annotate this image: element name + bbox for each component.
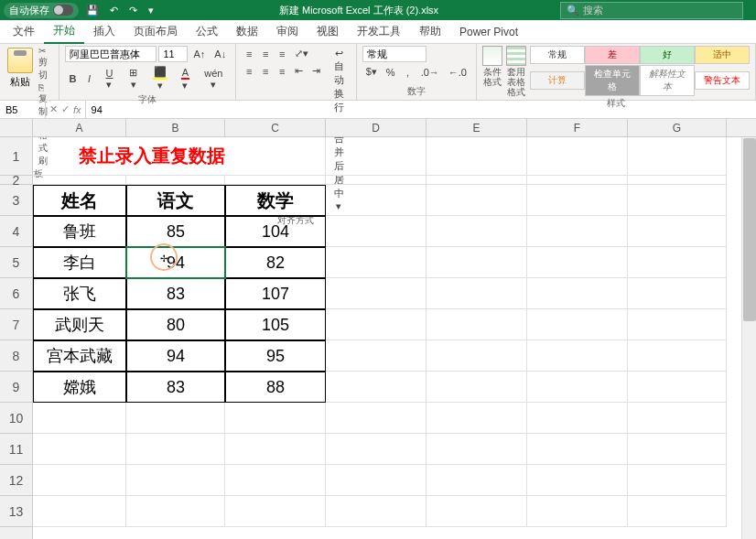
conditional-format-button[interactable]: 条件格式	[482, 46, 502, 87]
style-neutral[interactable]: 适中	[695, 46, 750, 64]
tab-formula[interactable]: 公式	[187, 20, 227, 43]
row-header-4[interactable]: 4	[0, 216, 32, 247]
search-input[interactable]: 🔍 搜索	[560, 2, 743, 19]
cell[interactable]	[527, 309, 628, 340]
comma-button[interactable]: ,	[401, 65, 416, 80]
tab-data[interactable]: 数据	[227, 20, 267, 43]
tab-home[interactable]: 开始	[44, 19, 84, 44]
tab-layout[interactable]: 页面布局	[124, 20, 187, 43]
align-right-button[interactable]: ≡	[275, 64, 289, 79]
cell[interactable]	[326, 434, 427, 465]
cell[interactable]	[225, 403, 326, 434]
row-header-8[interactable]: 8	[0, 340, 32, 372]
cell[interactable]	[126, 176, 225, 185]
tab-review[interactable]: 审阅	[267, 20, 308, 43]
cell[interactable]	[527, 247, 628, 278]
cell[interactable]	[326, 137, 427, 176]
data-cell-r4-c1[interactable]: 85	[126, 216, 225, 247]
cell[interactable]	[326, 185, 427, 216]
row-header-11[interactable]: 11	[0, 434, 32, 465]
col-header-C[interactable]: C	[225, 119, 326, 136]
row-header-1[interactable]: 1	[0, 137, 32, 176]
cell[interactable]	[427, 403, 527, 434]
cell[interactable]	[527, 465, 628, 496]
cell[interactable]	[427, 372, 527, 403]
cell[interactable]	[33, 403, 126, 434]
cell[interactable]	[427, 176, 527, 185]
cell[interactable]	[427, 434, 527, 465]
col-header-E[interactable]: E	[427, 119, 527, 136]
fx-icon[interactable]: fx	[73, 104, 81, 115]
cell[interactable]	[326, 372, 427, 403]
align-top-button[interactable]: ≡	[242, 47, 256, 61]
increase-decimal-button[interactable]: .0→	[417, 65, 443, 80]
align-center-button[interactable]: ≡	[258, 64, 273, 79]
cell[interactable]	[326, 278, 427, 309]
row-header-6[interactable]: 6	[0, 278, 32, 309]
tab-view[interactable]: 视图	[308, 20, 348, 43]
data-cell-r5-c1[interactable]: 94	[126, 247, 225, 278]
row-header-5[interactable]: 5	[0, 247, 32, 278]
currency-button[interactable]: $▾	[362, 64, 381, 80]
cell[interactable]	[628, 137, 727, 176]
cell[interactable]	[33, 465, 126, 496]
cell[interactable]	[427, 278, 527, 309]
cell[interactable]	[527, 340, 628, 372]
cell[interactable]	[33, 496, 126, 527]
style-bad[interactable]: 差	[585, 46, 640, 64]
font-name-select[interactable]	[65, 46, 157, 62]
undo-icon[interactable]: ↶	[106, 4, 122, 17]
align-left-button[interactable]: ≡	[242, 64, 256, 79]
cell[interactable]	[527, 176, 628, 185]
save-icon[interactable]: 💾	[82, 4, 103, 17]
fill-color-button[interactable]: ⬛▾	[146, 64, 173, 93]
style-good[interactable]: 好	[640, 46, 695, 64]
cancel-icon[interactable]: ✕	[49, 103, 58, 115]
data-cell-r5-c2[interactable]: 82	[225, 247, 326, 278]
tab-help[interactable]: 帮助	[410, 20, 450, 43]
font-color-button[interactable]: A▾	[175, 65, 195, 93]
cell[interactable]	[326, 340, 427, 372]
cell[interactable]	[628, 465, 727, 496]
cell[interactable]	[225, 176, 326, 185]
cell[interactable]	[527, 216, 628, 247]
style-warn[interactable]: 警告文本	[695, 71, 750, 90]
header-2[interactable]: 数学	[225, 185, 326, 216]
tab-dev[interactable]: 开发工具	[348, 20, 410, 43]
decrease-decimal-button[interactable]: ←.0	[445, 65, 470, 80]
data-cell-r4-c0[interactable]: 鲁班	[33, 216, 126, 247]
cell[interactable]	[326, 176, 427, 185]
cell[interactable]	[326, 465, 427, 496]
cell[interactable]	[628, 434, 727, 465]
data-cell-r9-c0[interactable]: 嫦娥	[33, 372, 126, 403]
row-header-12[interactable]: 12	[0, 465, 32, 496]
cell[interactable]	[326, 496, 427, 527]
cell[interactable]	[628, 247, 727, 278]
cell[interactable]	[628, 496, 727, 527]
number-format-select[interactable]: 常规	[362, 46, 427, 62]
confirm-icon[interactable]: ✓	[61, 103, 70, 115]
data-cell-r6-c2[interactable]: 107	[225, 278, 326, 309]
cell[interactable]	[527, 278, 628, 309]
row-header-2[interactable]: 2	[0, 176, 32, 185]
italic-button[interactable]: I	[81, 71, 96, 86]
align-bottom-button[interactable]: ≡	[275, 47, 289, 61]
align-middle-button[interactable]: ≡	[258, 47, 273, 61]
cell[interactable]	[527, 496, 628, 527]
style-calc[interactable]: 计算	[530, 71, 585, 90]
cell[interactable]	[126, 403, 225, 434]
col-header-D[interactable]: D	[326, 119, 427, 136]
cell[interactable]	[527, 185, 628, 216]
cell[interactable]	[427, 496, 527, 527]
table-format-button[interactable]: 套用表格格式	[506, 46, 526, 97]
style-explain[interactable]: 解释性文本	[640, 65, 695, 96]
data-cell-r5-c0[interactable]: 李白	[33, 247, 126, 278]
data-cell-r6-c0[interactable]: 张飞	[33, 278, 126, 309]
cell[interactable]	[628, 216, 727, 247]
cell[interactable]	[326, 403, 427, 434]
cell[interactable]	[427, 185, 527, 216]
style-check[interactable]: 检查单元格	[585, 65, 640, 96]
indent-left-button[interactable]: ⇤	[291, 63, 307, 79]
col-header-F[interactable]: F	[527, 119, 628, 136]
tab-insert[interactable]: 插入	[84, 20, 124, 43]
